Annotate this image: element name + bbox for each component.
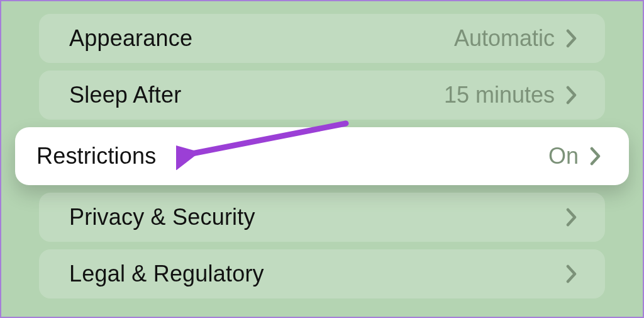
row-label: Legal & Regulatory: [69, 261, 264, 287]
row-label: Privacy & Security: [69, 204, 255, 230]
row-restrictions[interactable]: Restrictions On: [15, 127, 629, 185]
chevron-right-icon: [566, 208, 577, 227]
row-label: Sleep After: [69, 82, 181, 108]
row-right: Automatic: [454, 25, 577, 52]
row-label: Restrictions: [36, 143, 156, 169]
chevron-right-icon: [566, 29, 577, 48]
row-value: Automatic: [454, 25, 555, 52]
row-right: On: [548, 143, 601, 169]
chevron-right-icon: [590, 147, 601, 166]
settings-list: Appearance Automatic Sleep After 15 minu…: [1, 14, 643, 298]
row-right: [566, 208, 577, 227]
chevron-right-icon: [566, 264, 577, 283]
row-appearance[interactable]: Appearance Automatic: [39, 14, 605, 63]
row-right: 15 minutes: [444, 82, 577, 108]
row-legal-regulatory[interactable]: Legal & Regulatory: [39, 249, 605, 298]
chevron-right-icon: [566, 86, 577, 105]
row-sleep-after[interactable]: Sleep After 15 minutes: [39, 71, 605, 120]
row-value: On: [548, 143, 579, 169]
row-label: Appearance: [69, 25, 192, 52]
row-privacy-security[interactable]: Privacy & Security: [39, 193, 605, 242]
row-right: [566, 264, 577, 283]
row-value: 15 minutes: [444, 82, 555, 108]
